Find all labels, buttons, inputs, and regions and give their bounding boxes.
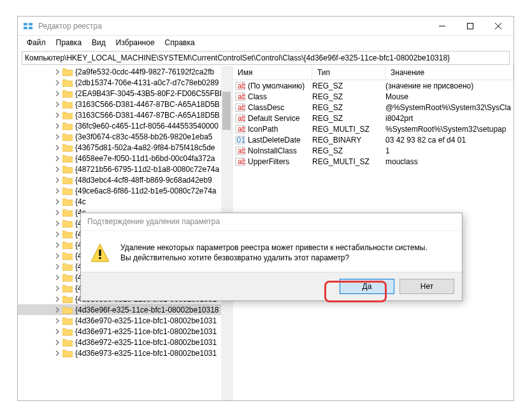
tree-item[interactable]: {4658ee7e-f050-11d1-b6bd-00c04fa372a (18, 153, 232, 164)
expand-icon[interactable] (54, 155, 61, 162)
tree-item[interactable]: {3e3f0674-c83c-4558-bb26-9820e1eba5 (18, 131, 232, 142)
expand-icon[interactable] (54, 101, 61, 108)
expand-icon[interactable] (54, 328, 61, 335)
tree-item[interactable]: {3163C566-D381-4467-87BC-A65A18D5B (18, 109, 232, 120)
expand-icon[interactable] (54, 317, 61, 325)
folder-icon (62, 132, 73, 141)
maximize-button[interactable] (456, 17, 484, 36)
regedit-icon (23, 21, 33, 31)
value-row[interactable]: abIconPathREG_MULTI_SZ%SystemRoot%\Syste… (233, 123, 514, 134)
expand-icon[interactable] (54, 306, 61, 314)
expand-icon[interactable] (54, 209, 61, 216)
tree-item-label: {4d36e970-e325-11ce-bfc1-08002be1031 (75, 316, 217, 325)
expand-icon[interactable] (54, 252, 61, 260)
svg-text:ab: ab (238, 125, 245, 134)
expand-icon[interactable] (54, 111, 61, 119)
dialog-line2: Вы действительно хотите безвозвратно уда… (120, 253, 428, 263)
tree-item[interactable]: {2db15374-706e-4131-a0c7-d7c78eb0289 (18, 77, 232, 88)
tree-item[interactable]: {48d3ebc4-4cf8-48ff-b869-9c68ad42eb9 (18, 174, 232, 185)
value-row[interactable]: 011LastDeleteDateREG_BINARY03 42 93 82 c… (233, 134, 514, 145)
folder-icon (62, 241, 73, 250)
value-icon: ab (235, 113, 245, 123)
expand-icon[interactable] (54, 220, 61, 227)
expand-icon[interactable] (54, 241, 61, 249)
tree-item[interactable]: {2a9fe532-0cdc-44f9-9827-76192f2ca2fb (18, 66, 232, 77)
expand-icon[interactable] (54, 176, 61, 184)
tree-item[interactable]: {49ce6ac8-6f86-11d2-b1e5-0080c72e74a (18, 185, 232, 196)
value-row[interactable]: abDefault ServiceREG_SZi8042prt (233, 113, 514, 123)
svg-text:ab: ab (238, 92, 245, 101)
tree-item[interactable]: {4d36e970-e325-11ce-bfc1-08002be1031 (18, 315, 232, 326)
tree-item[interactable]: {4d36e972-e325-11ce-bfc1-08002be1031 (18, 337, 232, 348)
value-name: IconPath (248, 125, 312, 134)
svg-text:ab: ab (238, 157, 245, 166)
folder-icon (62, 111, 73, 120)
folder-icon (62, 122, 73, 130)
expand-icon[interactable] (54, 295, 61, 303)
tree-item[interactable]: {4d36e971-e325-11ce-bfc1-08002be1031 (18, 326, 232, 337)
menu-view[interactable]: Вид (87, 37, 111, 48)
no-button[interactable]: Нет (399, 279, 454, 294)
folder-icon (62, 197, 73, 206)
minimize-button[interactable] (428, 17, 456, 36)
expand-icon[interactable] (54, 349, 61, 357)
expand-icon[interactable] (54, 274, 61, 281)
expand-icon[interactable] (54, 122, 61, 130)
value-data: 03 42 93 82 ca ef d4 01 (385, 136, 514, 144)
menu-help[interactable]: Справка (160, 37, 200, 48)
folder-icon (62, 154, 73, 163)
dialog-message: Удаление некоторых параметров реестра мо… (120, 243, 428, 263)
svg-text:ab: ab (238, 114, 245, 123)
expand-icon[interactable] (54, 144, 61, 151)
tree-item[interactable]: {3163C566-D381-4467-87BC-A65A18D5B (18, 99, 232, 109)
value-row[interactable]: abClassREG_SZMouse (233, 91, 514, 102)
expand-icon[interactable] (54, 198, 61, 206)
expand-icon[interactable] (54, 339, 61, 346)
value-row[interactable]: ab(По умолчанию)REG_SZ(значение не присв… (233, 80, 514, 91)
tree-item[interactable]: {2EA9B43F-3045-43B5-80F2-FD06C55FBE (18, 88, 232, 99)
yes-button[interactable]: Да (340, 279, 394, 294)
value-row[interactable]: abUpperFiltersREG_MULTI_SZmouclass (233, 156, 514, 167)
menu-favorites[interactable]: Избранное (111, 37, 160, 48)
folder-icon (62, 89, 73, 98)
col-value[interactable]: Значение (385, 66, 514, 80)
expand-icon[interactable] (54, 285, 61, 292)
value-name: Default Service (248, 114, 312, 123)
folder-icon (62, 316, 73, 325)
folder-icon (62, 176, 73, 185)
tree-item[interactable]: {4c (18, 196, 232, 207)
titlebar: Редактор реестра (18, 17, 514, 36)
value-icon: ab (235, 102, 245, 113)
tree-item[interactable]: {43675d81-502a-4a82-9f84-b75f418c5de (18, 142, 232, 153)
svg-text:ab: ab (238, 146, 245, 155)
expand-icon[interactable] (54, 230, 61, 238)
warning-icon (90, 243, 110, 263)
close-button[interactable] (484, 17, 512, 36)
expand-icon[interactable] (54, 165, 61, 173)
tree-item-label: {4658ee7e-f050-11d1-b6bd-00c04fa372a (75, 154, 215, 163)
tree-item[interactable]: {36fc9e60-c465-11cf-8056-444553540000 (18, 120, 232, 131)
tree-item[interactable]: {4d36e973-e325-11ce-bfc1-08002be1031 (18, 348, 232, 358)
value-row[interactable]: abNoInstallClassREG_SZ1 (233, 145, 514, 156)
folder-icon (62, 306, 73, 314)
tree-item-label: {36fc9e60-c465-11cf-8056-444553540000 (75, 122, 219, 130)
tree-item[interactable]: {48721b56-6795-11d2-b1a8-0080c72e74a (18, 164, 232, 174)
value-type: REG_SZ (312, 81, 385, 90)
value-data: Mouse (385, 92, 514, 101)
expand-icon[interactable] (54, 79, 61, 87)
tree-item-label: {3163C566-D381-4467-87BC-A65A18D5B (75, 100, 220, 109)
menu-file[interactable]: Файл (22, 37, 51, 48)
col-type[interactable]: Тип (312, 66, 385, 80)
col-name[interactable]: Имя (233, 66, 312, 80)
expand-icon[interactable] (54, 187, 61, 195)
scrollbar-thumb[interactable] (222, 92, 231, 130)
value-row[interactable]: abClassDescREG_SZ@%SystemRoot%\System32\… (233, 102, 514, 113)
folder-icon (62, 186, 73, 195)
expand-icon[interactable] (54, 68, 61, 76)
expand-icon[interactable] (54, 133, 61, 141)
expand-icon[interactable] (54, 263, 61, 271)
address-bar[interactable]: Компьютер\HKEY_LOCAL_MACHINE\SYSTEM\Curr… (22, 51, 510, 65)
tree-item[interactable]: {4d36e96f-e325-11ce-bfc1-08002be10318 (18, 304, 232, 315)
menu-edit[interactable]: Правка (51, 37, 87, 48)
expand-icon[interactable] (54, 90, 61, 97)
